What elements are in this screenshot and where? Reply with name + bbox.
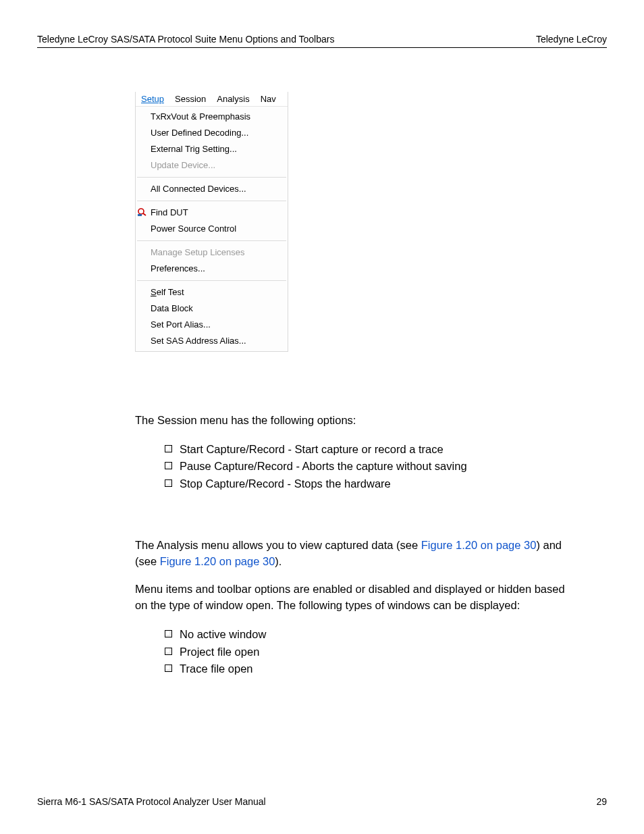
header-right: Teledyne LeCroy: [536, 34, 607, 45]
list-item: Stop Capture/Record - Stops the hardware: [165, 475, 570, 493]
svg-rect-2: [138, 214, 142, 216]
menu-licenses: Manage Setup Licenses: [136, 244, 288, 261]
menu-find-dut[interactable]: Find DUT: [136, 205, 288, 221]
svg-point-0: [138, 209, 144, 214]
session-options-list: Start Capture/Record - Start capture or …: [135, 441, 570, 493]
setup-menu-dropdown: Setup Session Analysis Nav TxRxVout & Pr…: [135, 92, 288, 352]
menu-separator: [137, 201, 286, 201]
menu-update-device: Update Device...: [136, 157, 288, 174]
find-dut-icon: [137, 207, 148, 217]
menu-separator: [137, 177, 286, 178]
list-item: No active window: [165, 626, 570, 644]
menubar-nav[interactable]: Nav: [255, 92, 285, 106]
menu-user-defined-decoding[interactable]: User Defined Decoding...: [136, 125, 288, 141]
analysis-paragraph: The Analysis menu allows you to view cap…: [135, 538, 570, 570]
footer-page-number: 29: [596, 796, 607, 807]
menu-self-test[interactable]: Self Test: [136, 284, 288, 301]
figure-link[interactable]: Figure 1.20 on page 30: [160, 555, 275, 567]
menuitems-paragraph: Menu items and toolbar options are enabl…: [135, 581, 570, 614]
analysis-text-pre: The Analysis menu allows you to view cap…: [135, 539, 421, 551]
menu-external-trig[interactable]: External Trig Setting...: [136, 141, 288, 157]
menu-data-block[interactable]: Data Block: [136, 301, 288, 317]
menu-set-sas-alias[interactable]: Set SAS Address Alias...: [136, 333, 288, 349]
menu-find-dut-label: Find DUT: [151, 207, 188, 217]
menu-separator: [137, 280, 286, 281]
menu-preferences[interactable]: Preferences...: [136, 261, 288, 277]
session-intro-text: The Session menu has the following optio…: [135, 413, 570, 429]
menu-power-source[interactable]: Power Source Control: [136, 221, 288, 237]
page-header: Teledyne LeCroy SAS/SATA Protocol Suite …: [37, 34, 607, 48]
menubar: Setup Session Analysis Nav: [136, 92, 288, 107]
header-left: Teledyne LeCroy SAS/SATA Protocol Suite …: [37, 34, 334, 45]
list-item: Project file open: [165, 644, 570, 661]
page-footer: Sierra M6-1 SAS/SATA Protocol Analyzer U…: [37, 792, 607, 807]
menu-set-port-alias[interactable]: Set Port Alias...: [136, 317, 288, 333]
menubar-setup[interactable]: Setup: [136, 92, 169, 106]
list-item: Trace file open: [165, 660, 570, 678]
list-item: Pause Capture/Record - Aborts the captur…: [165, 458, 570, 475]
menubar-session[interactable]: Session: [169, 92, 211, 106]
footer-left: Sierra M6-1 SAS/SATA Protocol Analyzer U…: [37, 796, 266, 807]
menu-txrx[interactable]: TxRxVout & Preemphasis: [136, 109, 288, 125]
svg-line-1: [143, 213, 146, 215]
window-types-list: No active window Project file open Trace…: [135, 626, 570, 678]
analysis-text-post: ).: [275, 555, 281, 567]
figure-link[interactable]: Figure 1.20 on page 30: [421, 539, 537, 551]
menu-all-connected[interactable]: All Connected Devices...: [136, 181, 288, 197]
menu-separator: [137, 240, 286, 241]
list-item: Start Capture/Record - Start capture or …: [165, 441, 570, 459]
menubar-analysis[interactable]: Analysis: [211, 92, 254, 106]
